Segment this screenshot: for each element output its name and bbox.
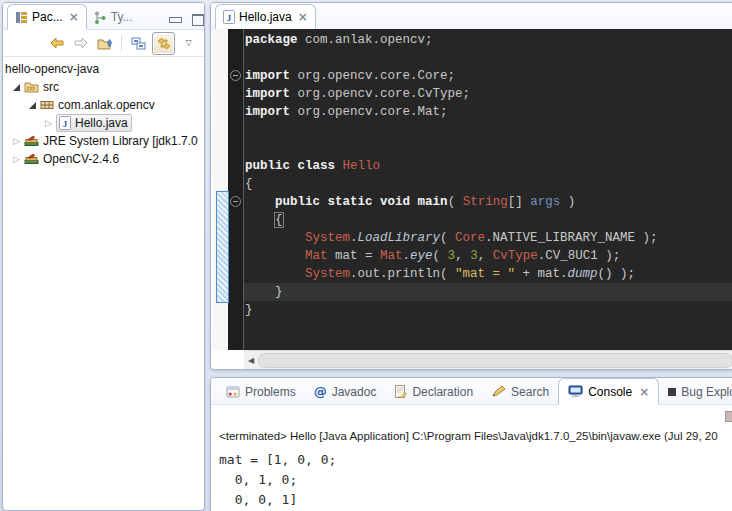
link-editor-icon <box>156 37 172 50</box>
left-panel-tabs: Pac... × Ty... <box>3 3 204 30</box>
tab-bug-explorer[interactable]: Bug Explorer <box>659 379 732 404</box>
tree-item[interactable]: src <box>3 78 204 96</box>
terminate-icon[interactable] <box>725 411 732 422</box>
tree-item[interactable]: ▷JHello.java <box>3 114 204 132</box>
tree-item-label: src <box>43 80 59 94</box>
scrollbar-thumb[interactable] <box>258 353 732 368</box>
tab-label: Problems <box>245 385 296 399</box>
view-menu-button[interactable]: ▽ <box>178 33 199 54</box>
editor-panel: J Hello.java × package com.anlak.opencv;… <box>210 2 732 370</box>
expand-arrow-icon[interactable]: ▷ <box>11 154 22 164</box>
code-line: import org.opencv.core.Core; <box>245 67 732 85</box>
tree-selection: JHello.java <box>56 114 132 132</box>
tree-item[interactable]: com.anlak.opencv <box>3 96 204 114</box>
tab-label: Declaration <box>412 385 473 399</box>
code-line: { <box>245 175 732 193</box>
tree-item[interactable]: ▷OpenCV-2.4.6 <box>3 150 204 168</box>
package-explorer-icon <box>15 11 28 24</box>
link-editor-button[interactable] <box>152 32 175 55</box>
package-icon <box>40 99 54 111</box>
code-line: System.out.println( "mat = " + mat.dump(… <box>245 265 732 283</box>
fold-marker-icon[interactable] <box>230 196 241 207</box>
tab-declaration[interactable]: Declaration <box>385 379 482 404</box>
up-icon <box>97 37 113 50</box>
java-file-icon: J <box>223 10 235 24</box>
tab-label: Console <box>588 385 632 399</box>
up-button[interactable] <box>94 33 115 54</box>
view-menu-icon: ▽ <box>185 39 191 47</box>
console-output-line: 0, 1, 0; <box>219 470 732 490</box>
code-line: public class Hello <box>245 157 732 175</box>
fold-gutter <box>228 29 244 350</box>
console-output-line: mat = [1, 0, 0; <box>219 450 732 470</box>
minimize-icon[interactable] <box>169 17 182 23</box>
code-editor[interactable]: package com.anlak.opencv;import org.open… <box>212 29 732 350</box>
library-icon <box>24 135 39 147</box>
code-line: import org.opencv.core.CvType; <box>245 85 732 103</box>
declaration-icon <box>394 385 407 398</box>
svg-text:J: J <box>227 13 232 23</box>
fold-marker-icon[interactable] <box>230 70 241 81</box>
console-output-area[interactable]: mat = [1, 0, 0; 0, 1, 0; 0, 0, 1] <box>211 450 732 510</box>
tab-type-hierarchy[interactable]: Ty... <box>87 5 140 29</box>
tab-problems[interactable]: Problems <box>217 379 305 404</box>
problems-icon <box>226 386 240 398</box>
tree-item-project[interactable]: hello-opencv-java <box>3 60 204 78</box>
console-status-line: <terminated> Hello [Java Application] C:… <box>211 430 732 442</box>
collapse-all-button[interactable] <box>128 33 149 54</box>
tab-label: Ty... <box>111 10 133 24</box>
horizontal-scrollbar[interactable]: ◀ <box>244 350 732 369</box>
tab-label: Pac... <box>32 10 63 24</box>
back-icon <box>49 36 65 50</box>
code-line: { <box>245 211 732 229</box>
code-line: } <box>245 283 732 301</box>
collapse-all-icon <box>131 37 146 50</box>
editor-tabs: J Hello.java × <box>211 3 732 30</box>
close-icon[interactable]: × <box>639 385 649 399</box>
tab-package-explorer[interactable]: Pac... × <box>7 4 87 30</box>
tree-item-label: Hello.java <box>75 116 128 130</box>
tree-item-label: hello-opencv-java <box>5 62 99 76</box>
source-folder-icon <box>24 81 39 93</box>
svg-text:J: J <box>63 119 68 129</box>
toolbar-separator <box>121 35 122 51</box>
code-line <box>245 139 732 157</box>
forward-button[interactable] <box>70 33 91 54</box>
code-line: Mat mat = Mat.eye( 3, 3, CvType.CV_8UC1 … <box>245 247 732 265</box>
close-icon[interactable]: × <box>298 10 308 24</box>
close-icon[interactable]: × <box>69 10 79 24</box>
java-file-icon: J <box>59 116 71 130</box>
tab-search[interactable]: Search <box>482 379 558 404</box>
tree-item[interactable]: ▷JRE System Library [jdk1.7.0 <box>3 132 204 150</box>
expand-arrow-icon[interactable]: ▷ <box>43 118 54 128</box>
tree-item-label: OpenCV-2.4.6 <box>43 152 119 166</box>
code-line: } <box>245 301 732 319</box>
tree-item-label: JRE System Library [jdk1.7.0 <box>43 134 198 148</box>
console-panel: Problems@JavadocDeclarationSearchConsole… <box>210 377 732 511</box>
javadoc-icon: @ <box>314 385 327 398</box>
scroll-left-icon[interactable]: ◀ <box>248 356 254 365</box>
tab-javadoc[interactable]: @Javadoc <box>305 379 386 404</box>
expand-arrow-icon[interactable]: ▷ <box>11 136 22 146</box>
code-line <box>245 121 732 139</box>
method-range-indicator <box>216 191 229 303</box>
library-icon <box>24 153 39 165</box>
forward-icon <box>73 36 89 50</box>
type-hierarchy-icon <box>94 11 107 24</box>
tab-label: Bug Explorer <box>681 385 732 399</box>
tree-item-label: com.anlak.opencv <box>58 98 155 112</box>
console-icon <box>568 385 583 398</box>
tab-hello-java[interactable]: J Hello.java × <box>215 4 316 30</box>
tab-label: Javadoc <box>332 385 377 399</box>
maximize-icon[interactable] <box>192 14 204 26</box>
tab-console[interactable]: Console× <box>558 378 659 405</box>
project-tree: hello-opencv-javasrccom.anlak.opencv▷JHe… <box>3 57 204 168</box>
code-line: System.LoadLibrary( Core.NATIVE_LIBRARY_… <box>245 229 732 247</box>
tab-label: Search <box>511 385 549 399</box>
code-lines: package com.anlak.opencv;import org.open… <box>245 31 732 319</box>
console-tabs: Problems@JavadocDeclarationSearchConsole… <box>211 378 732 405</box>
bug-icon <box>668 388 676 396</box>
back-button[interactable] <box>46 33 67 54</box>
collapse-arrow-icon[interactable] <box>27 102 38 109</box>
collapse-arrow-icon[interactable] <box>11 84 22 91</box>
